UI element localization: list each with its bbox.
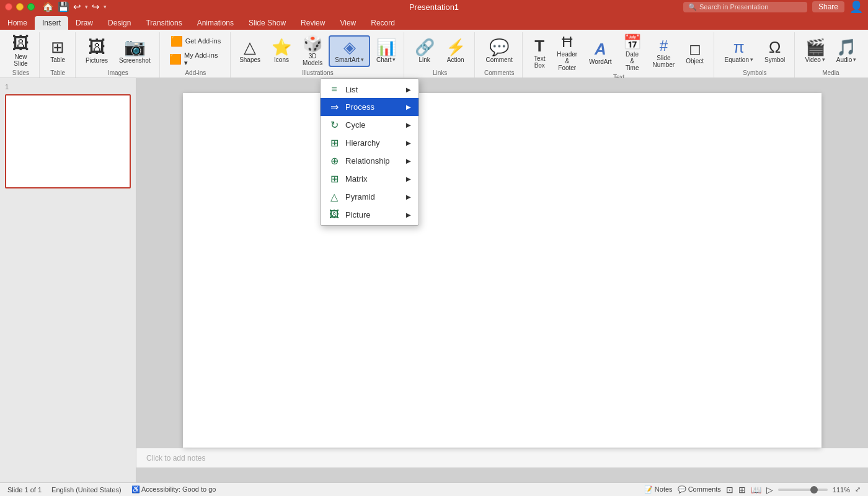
notes-toggle[interactable]: 📝 Notes: [644, 485, 673, 494]
maximize-button[interactable]: [27, 3, 35, 11]
get-addins-icon: 🟧: [170, 35, 183, 47]
chart-icon: 📊: [376, 39, 396, 55]
link-button[interactable]: 🔗 Link: [410, 37, 440, 66]
notes-bar: Click to add notes: [136, 448, 868, 467]
smartart-button[interactable]: ◈ SmartArt ▾: [329, 35, 370, 67]
view-reading-icon[interactable]: 📖: [751, 485, 761, 495]
matrix-icon: ⊞: [328, 173, 340, 185]
window-title: Presentation1: [409, 2, 459, 12]
undo-dropdown-icon[interactable]: ▾: [85, 4, 88, 10]
textbox-button[interactable]: T TextBox: [529, 35, 550, 71]
ribbon-group-table: ⊞ Table Table: [41, 32, 76, 78]
screenshot-button[interactable]: 📷 Screenshot: [114, 36, 156, 66]
zoom-level: 111%: [833, 486, 850, 494]
datetime-button[interactable]: 📅 Date &Time: [618, 32, 647, 74]
list-arrow: ▶: [406, 86, 411, 93]
tab-transitions[interactable]: Transitions: [138, 16, 189, 30]
redo-icon[interactable]: ↪: [92, 1, 100, 12]
ribbon-group-addins: 🟧 Get Add-ins 🟧 My Add-ins ▾ Add-ins: [161, 32, 231, 78]
fit-screen-icon[interactable]: ⤢: [855, 485, 861, 494]
search-bar[interactable]: 🔍 Search in Presentation: [683, 2, 807, 12]
tab-draw[interactable]: Draw: [68, 16, 100, 30]
header-footer-button[interactable]: Ħ Header &Footer: [551, 32, 583, 74]
title-bar: 🏠 💾 ↩ ▾ ↪ ▾ Presentation1 🔍 Search in Pr…: [0, 0, 868, 14]
process-arrow: ▶: [406, 104, 411, 110]
notes-placeholder: Click to add notes: [146, 454, 205, 463]
icons-button[interactable]: ⭐ Icons: [267, 37, 296, 66]
customize-qat-icon[interactable]: ▾: [104, 4, 107, 10]
get-addins-button[interactable]: 🟧 Get Add-ins: [167, 33, 224, 49]
picture-icon: 🖼: [328, 209, 340, 220]
shapes-button[interactable]: △ Shapes: [234, 37, 265, 66]
menu-item-process[interactable]: ⇒ Process ▶: [321, 98, 418, 116]
menu-item-hierarchy[interactable]: ⊞ Hierarchy ▶: [321, 134, 418, 152]
audio-button[interactable]: 🎵 Audio ▾: [831, 37, 862, 66]
menu-item-cycle[interactable]: ↻ Cycle ▶: [321, 116, 418, 134]
process-label: Process: [345, 102, 374, 112]
hierarchy-arrow: ▶: [406, 140, 411, 146]
tab-view[interactable]: View: [332, 16, 363, 30]
my-addins-label: My Add-ins ▾: [184, 51, 222, 67]
view-normal-icon[interactable]: ⊡: [726, 485, 733, 495]
equation-icon: π: [733, 39, 745, 55]
tab-animations[interactable]: Animations: [190, 16, 241, 30]
matrix-arrow: ▶: [406, 175, 411, 182]
picture-label: Picture: [345, 210, 370, 219]
object-button[interactable]: ◻ Object: [681, 39, 709, 67]
new-slide-button[interactable]: 🖼 NewSlide: [7, 32, 34, 69]
chart-button[interactable]: 📊 Chart ▾: [371, 37, 401, 66]
menu-item-picture[interactable]: 🖼 Picture ▶: [321, 206, 418, 223]
tab-home[interactable]: Home: [0, 16, 35, 30]
accessibility-text: Accessibility: Good to go: [141, 485, 216, 493]
menu-item-relationship[interactable]: ⊕ Relationship ▶: [321, 152, 418, 170]
3d-models-button[interactable]: 🎲 3DModels: [298, 33, 327, 69]
icons-icon: ⭐: [272, 39, 291, 55]
relationship-icon: ⊕: [328, 155, 340, 167]
pyramid-arrow: ▶: [406, 193, 411, 200]
list-icon: ≡: [328, 84, 340, 95]
slide-number-button[interactable]: # SlideNumber: [648, 36, 680, 71]
pyramid-label: Pyramid: [345, 192, 375, 202]
comment-button[interactable]: 💬 Comment: [481, 37, 518, 66]
slide-thumbnail-1[interactable]: [5, 94, 131, 188]
pictures-icon: 🖼: [88, 38, 105, 56]
accessibility-icon: ♿: [131, 485, 140, 493]
my-addins-icon: 🟧: [169, 53, 182, 65]
symbol-button[interactable]: Ω Symbol: [760, 37, 790, 66]
equation-button[interactable]: π Equation ▾: [719, 37, 758, 66]
ribbon-tabs: Home Insert Draw Design Transitions Anim…: [0, 14, 868, 30]
menu-item-pyramid[interactable]: △ Pyramid ▶: [321, 188, 418, 206]
zoom-slider[interactable]: [778, 489, 828, 491]
menu-item-list[interactable]: ≡ List ▶: [321, 81, 418, 98]
wordart-button[interactable]: A WordArt: [584, 38, 617, 68]
ribbon-group-symbols: π Equation ▾ Ω Symbol Symbols: [715, 32, 795, 78]
undo-icon[interactable]: ↩: [73, 1, 81, 12]
tab-design[interactable]: Design: [100, 16, 138, 30]
tab-record[interactable]: Record: [363, 16, 402, 30]
search-icon: 🔍: [688, 3, 697, 11]
video-button[interactable]: 🎬 Video ▾: [800, 37, 830, 66]
relationship-label: Relationship: [345, 156, 390, 166]
view-slideshow-icon[interactable]: ▷: [766, 485, 773, 495]
table-button[interactable]: ⊞ Table: [45, 37, 70, 66]
accessibility-info: ♿ Accessibility: Good to go: [131, 485, 216, 494]
menu-item-matrix[interactable]: ⊞ Matrix ▶: [321, 170, 418, 188]
my-addins-button[interactable]: 🟧 My Add-ins ▾: [166, 50, 225, 69]
save-icon[interactable]: 💾: [58, 1, 69, 12]
minimize-button[interactable]: [16, 3, 24, 11]
action-button[interactable]: ⚡ Action: [441, 37, 471, 66]
share-button[interactable]: Share: [812, 1, 844, 12]
tab-review[interactable]: Review: [293, 16, 332, 30]
home-icon[interactable]: 🏠: [42, 1, 54, 12]
tab-slideshow[interactable]: Slide Show: [241, 16, 293, 30]
slide-canvas[interactable]: [183, 93, 822, 448]
comments-toggle[interactable]: 💬 Comments: [678, 485, 721, 494]
shapes-icon: △: [244, 39, 256, 55]
view-grid-icon[interactable]: ⊞: [738, 485, 746, 495]
pictures-button[interactable]: 🖼 Pictures: [81, 36, 113, 66]
matrix-label: Matrix: [345, 174, 367, 184]
wordart-icon: A: [595, 41, 606, 57]
symbol-icon: Ω: [769, 39, 781, 55]
close-button[interactable]: [5, 3, 12, 11]
tab-insert[interactable]: Insert: [35, 16, 68, 30]
